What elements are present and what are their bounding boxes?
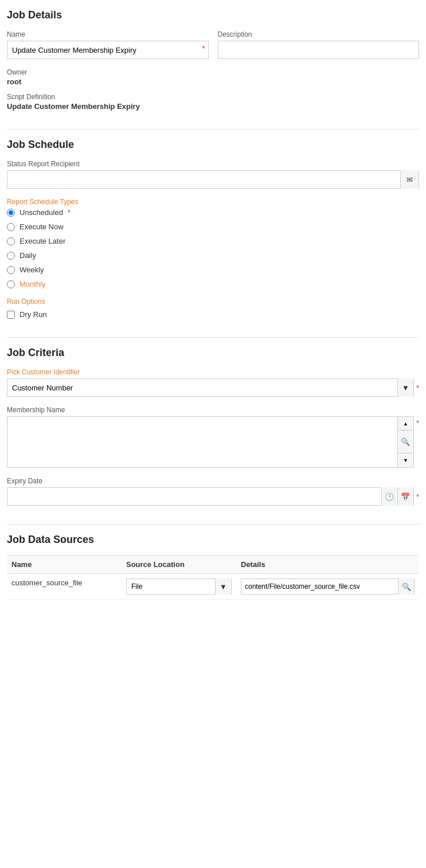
details-input[interactable] [241,579,398,594]
divider-2 [7,337,419,338]
customer-dropdown-wrapper: Customer Number Email Username ▼ * [7,378,419,397]
expiry-date-label: Expiry Date [7,477,419,485]
col-header-name: Name [7,560,122,569]
script-definition-value: Update Customer Membership Expiry [7,102,419,111]
radio-unscheduled-input[interactable] [7,209,15,217]
radio-monthly-input[interactable] [7,280,15,288]
customer-identifier-select[interactable]: Customer Number Email Username [7,379,397,396]
name-required-star: * [202,44,205,53]
membership-search-btn[interactable]: 🔍 [398,431,413,453]
membership-name-block: Membership Name ▲ 🔍 ▼ * [7,406,419,468]
col-header-details: Details [236,560,419,569]
membership-scroll-down-btn[interactable]: ▼ [398,453,413,467]
job-data-sources-section: Job Data Sources Name Source Location De… [7,524,419,600]
dry-run-label: Dry Run [19,310,47,319]
membership-scroll-up-btn[interactable]: ▲ [398,417,413,431]
status-report-block: Status Report Recipient ✉ [7,160,419,189]
email-icon: ✉ [407,175,413,184]
owner-block: Owner root [7,68,419,86]
source-location-arrow: ▼ [215,578,231,595]
radio-weekly-input[interactable] [7,266,15,274]
calendar-icon-btn[interactable]: 📅 [397,487,413,506]
customer-select-arrow: ▼ [397,378,413,397]
radio-execute-later: Execute Later [7,237,419,245]
details-search-btn[interactable]: 🔍 [398,578,414,595]
pick-customer-label: Pick Customer Identifier [7,368,419,376]
source-chevron-icon: ▼ [220,582,227,591]
script-definition-block: Script Definition Update Customer Member… [7,93,419,111]
details-search-icon: 🔍 [402,582,411,591]
source-location-select[interactable]: File Database URL [127,579,215,594]
radio-daily-label: Daily [19,251,36,260]
data-sources-table-header: Name Source Location Details [7,555,419,574]
customer-required-star: * [416,384,419,392]
name-col: Name * [7,30,209,59]
calendar-icon: 📅 [401,492,410,501]
membership-textarea-area [7,417,397,467]
data-source-row: customer_source_file File Database URL ▼… [7,574,419,600]
expiry-date-input[interactable] [7,488,381,505]
owner-label: Owner [7,68,419,76]
name-description-row: Name * Description [7,30,419,59]
membership-required-star: * [416,419,419,427]
unscheduled-required: * [68,208,71,217]
status-report-label: Status Report Recipient [7,160,419,168]
divider-1 [7,129,419,130]
radio-monthly-label: Monthly [19,280,46,288]
data-source-details-cell: 🔍 [236,578,419,595]
radio-unscheduled-label: Unscheduled [19,208,63,217]
status-report-input-wrapper: ✉ [7,170,419,189]
script-definition-label: Script Definition [7,93,419,101]
name-label: Name [7,30,209,38]
radio-daily: Daily [7,251,419,260]
dry-run-item: Dry Run [7,310,419,319]
details-input-wrapper: 🔍 [241,578,415,595]
description-input[interactable] [218,41,420,59]
name-input[interactable] [7,41,209,59]
dry-run-checkbox[interactable] [7,311,15,319]
data-source-name: customer_source_file [11,578,83,587]
expiry-date-block: Expiry Date 🕐 📅 * [7,477,419,506]
email-icon-btn[interactable]: ✉ [400,170,419,189]
membership-name-label: Membership Name [7,406,419,414]
radio-execute-now-label: Execute Now [19,222,64,231]
expiry-date-wrapper-outer: 🕐 📅 * [7,487,419,506]
run-options-label: Run Options [7,298,419,306]
description-label: Description [218,30,420,38]
radio-execute-later-label: Execute Later [19,237,65,245]
radio-monthly: Monthly [7,280,419,288]
membership-name-wrapper: ▲ 🔍 ▼ * [7,416,419,468]
clock-icon: 🕐 [385,492,394,501]
membership-textarea-row: ▲ 🔍 ▼ [7,416,414,468]
radio-execute-now: Execute Now [7,222,419,231]
customer-select-wrapper: Customer Number Email Username ▼ [7,378,414,397]
name-input-wrapper: * [7,41,209,59]
owner-value: root [7,77,419,86]
status-report-input[interactable] [7,171,400,188]
description-col: Description [218,30,420,59]
radio-execute-later-input[interactable] [7,237,15,245]
clock-icon-btn[interactable]: 🕐 [381,487,397,506]
radio-execute-now-input[interactable] [7,223,15,231]
job-criteria-section: Job Criteria Pick Customer Identifier Cu… [7,337,419,506]
run-options-block: Run Options Dry Run [7,298,419,319]
job-details-section: Job Details Name * Description Owner roo… [7,9,419,111]
source-location-select-wrapper: File Database URL ▼ [126,578,232,595]
pick-customer-block: Pick Customer Identifier Customer Number… [7,368,419,397]
data-source-name-cell: customer_source_file [7,578,122,595]
membership-side-controls: ▲ 🔍 ▼ [397,417,413,467]
col-header-source: Source Location [122,560,236,569]
expiry-date-input-wrapper: 🕐 📅 [7,487,414,506]
radio-weekly: Weekly [7,265,419,274]
divider-3 [7,524,419,525]
job-criteria-title: Job Criteria [7,347,419,359]
job-schedule-section: Job Schedule Status Report Recipient ✉ R… [7,129,419,319]
job-schedule-title: Job Schedule [7,139,419,151]
report-schedule-types-label: Report Schedule Types [7,198,419,206]
data-source-location-cell: File Database URL ▼ [122,578,236,595]
radio-weekly-label: Weekly [19,265,44,274]
membership-name-textarea[interactable] [7,417,397,467]
expiry-required-star: * [416,492,419,501]
radio-daily-input[interactable] [7,252,15,260]
radio-unscheduled: Unscheduled * [7,208,419,217]
